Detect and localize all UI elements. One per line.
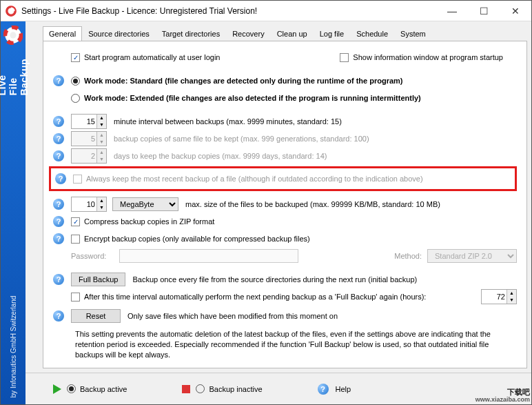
- stop-icon: [182, 385, 190, 393]
- backup-inactive-radio[interactable]: [196, 384, 205, 393]
- days-spinner[interactable]: ▲▼: [71, 148, 107, 164]
- sidebar-product: Live File Backup: [0, 52, 30, 103]
- backup-active-radio[interactable]: [67, 384, 76, 393]
- help-icon[interactable]: ?: [53, 310, 64, 322]
- reset-button[interactable]: Reset: [71, 309, 121, 323]
- days-label: days to keep the backup copies (max. 999…: [114, 152, 327, 160]
- tab-logfile[interactable]: Log file: [314, 26, 350, 41]
- method-select[interactable]: Standard ZIP 2.0: [427, 249, 517, 263]
- autostart-label: Start program automatically at user logi…: [84, 53, 220, 61]
- help-icon[interactable]: ?: [318, 384, 329, 395]
- after-interval-spinner[interactable]: ▲▼: [481, 289, 517, 304]
- play-icon: [53, 384, 61, 394]
- mode-extended-radio[interactable]: [71, 94, 80, 103]
- always-keep-checkbox[interactable]: [73, 175, 82, 184]
- tabstrip: General Source directories Target direct…: [25, 21, 531, 41]
- copies-spinner[interactable]: ▲▼: [71, 131, 107, 146]
- showinfo-checkbox[interactable]: [340, 53, 349, 62]
- mode-extended-label: Work mode: Extended (file changes are al…: [84, 94, 421, 102]
- app-icon: [5, 5, 17, 17]
- help-icon[interactable]: ?: [55, 173, 66, 184]
- encrypt-checkbox[interactable]: [71, 235, 80, 244]
- titlebar: Settings - Live File Backup - Licence: U…: [1, 1, 531, 21]
- footer: Backup active Backup inactive ? Help 下载吧…: [25, 373, 531, 404]
- backup-active-label: Backup active: [80, 385, 127, 393]
- lifebuoy-icon: [3, 26, 23, 45]
- window-title: Settings - Live File Backup - Licence: U…: [21, 6, 436, 16]
- full-backup-button[interactable]: Full Backup: [71, 273, 125, 286]
- compress-label: Compress backup copies in ZIP format: [84, 217, 214, 226]
- mode-standard-radio[interactable]: [71, 77, 80, 86]
- help-icon[interactable]: ?: [53, 75, 64, 86]
- help-icon[interactable]: ?: [53, 150, 64, 161]
- info-icon: i: [53, 329, 68, 344]
- maxsize-label: max. size of the files to be backuped (m…: [185, 200, 440, 208]
- sidebar-vendor: by Infonautics GmbH Switzerland: [10, 103, 17, 404]
- watermark: 下载吧 www.xiazaiba.com: [475, 383, 530, 403]
- info-text: This setting prevents the automatic dele…: [75, 329, 517, 360]
- general-panel: Start program automatically at user logi…: [43, 41, 527, 368]
- help-icon[interactable]: ?: [53, 199, 64, 210]
- method-label: Method:: [394, 252, 422, 260]
- after-interval-label: After this time interval automatically p…: [84, 293, 426, 301]
- tab-cleanup[interactable]: Clean up: [271, 26, 314, 41]
- maxsize-spinner[interactable]: ▲▼: [71, 197, 107, 212]
- highlight-box: ? Always keep the most recent backup of …: [49, 166, 517, 191]
- help-icon[interactable]: ?: [53, 116, 64, 127]
- help-icon[interactable]: ?: [53, 274, 64, 285]
- help-icon[interactable]: ?: [53, 216, 64, 227]
- tab-general[interactable]: General: [43, 26, 82, 41]
- maximize-button[interactable]: ☐: [468, 1, 500, 21]
- tab-source[interactable]: Source directories: [82, 26, 156, 41]
- info-box: i This setting prevents the automatic de…: [53, 329, 517, 360]
- password-input[interactable]: [119, 249, 298, 263]
- mode-standard-label: Work mode: Standard (file changes are de…: [84, 77, 402, 85]
- svg-point-3: [10, 32, 16, 38]
- interval-spinner[interactable]: ▲▼: [71, 114, 107, 129]
- tab-recovery[interactable]: Recovery: [226, 26, 270, 41]
- encrypt-label: Encrypt backup copies (only available fo…: [84, 235, 310, 243]
- help-icon[interactable]: ?: [53, 233, 64, 244]
- interval-label: minute interval between backups (max. 99…: [114, 117, 342, 126]
- always-keep-label: Always keep the most recent backup of a …: [86, 175, 423, 183]
- password-label: Password:: [71, 252, 119, 260]
- full-backup-label: Backup once every file from the source d…: [132, 275, 417, 284]
- compress-checkbox[interactable]: [71, 217, 80, 226]
- help-icon[interactable]: ?: [53, 133, 64, 144]
- close-button[interactable]: ✕: [500, 1, 531, 21]
- after-interval-checkbox[interactable]: [71, 293, 80, 302]
- showinfo-label: Show information window at program start…: [353, 53, 503, 61]
- backup-inactive-label: Backup inactive: [209, 385, 262, 393]
- copies-label: backup copies of same file to be kept (m…: [114, 135, 369, 143]
- maxsize-unit-select[interactable]: MegaByte: [112, 197, 178, 211]
- tab-system[interactable]: System: [394, 26, 432, 41]
- autostart-checkbox[interactable]: [71, 53, 80, 62]
- sidebar: Live File Backup by Infonautics GmbH Swi…: [1, 21, 25, 404]
- tab-schedule[interactable]: Schedule: [350, 26, 394, 41]
- minimize-button[interactable]: —: [436, 1, 468, 21]
- reset-label: Only save files which have been modified…: [127, 312, 338, 320]
- tab-target[interactable]: Target directories: [156, 26, 226, 41]
- help-label[interactable]: Help: [336, 385, 351, 393]
